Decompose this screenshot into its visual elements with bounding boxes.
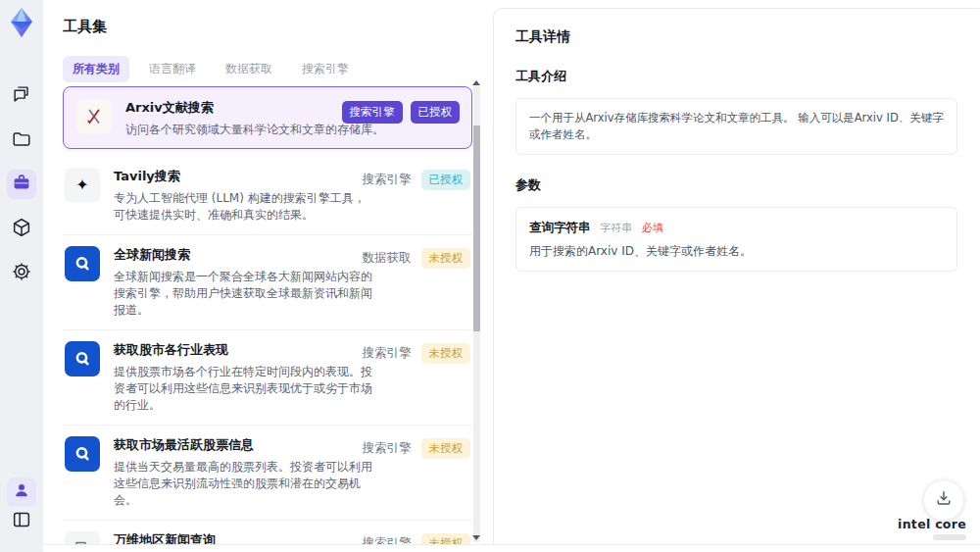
arxiv-logo-icon	[76, 99, 112, 134]
tool-title: 获取市场最活跃股票信息	[114, 436, 373, 454]
tool-item-most-active-stocks[interactable]: 获取市场最活跃股票信息 提供当天交易量最高的股票列表。投资者可以利用这些信息来识…	[63, 426, 472, 521]
tab-all-categories[interactable]: 所有类别	[63, 56, 129, 82]
details-title: 工具详情	[515, 28, 957, 46]
status-badge: 未授权	[421, 248, 471, 269]
tool-description: 全球新闻搜索是一个聚合全球各大新闻网站内容的搜索引擎，帮助用户快速获取全球最新资…	[114, 269, 373, 319]
tab-data-fetch[interactable]: 数据获取	[216, 56, 282, 82]
tool-description: 提供当天交易量最高的股票列表。投资者可以利用这些信息来识别流动性强的股票和潜在的…	[114, 459, 373, 509]
tab-search-engine[interactable]: 搜索引擎	[292, 56, 359, 82]
status-badge: 已授权	[421, 170, 471, 190]
scrollbar-down-arrow[interactable]	[472, 535, 480, 540]
intel-core-logo: intel core	[898, 517, 966, 540]
tool-list: Arxiv文献搜索 访问各个研究领域大量科学论文和文章的存储库。 搜索引擎 已授…	[63, 86, 472, 544]
user-icon	[12, 480, 31, 504]
category-label: 搜索引擎	[363, 535, 412, 544]
sidebar-item-packages[interactable]	[7, 215, 36, 244]
tool-description: 访问各个研究领域大量科学论文和文章的存储库。	[125, 122, 385, 138]
category-label: 数据获取	[363, 250, 412, 267]
page-title: 工具集	[63, 18, 107, 36]
sidebar-item-tools[interactable]	[7, 170, 36, 199]
sidebar	[0, 0, 43, 552]
intel-core-logo-subbar	[933, 534, 966, 540]
sidebar-item-chat[interactable]	[7, 81, 36, 111]
tavily-logo-icon: ✦	[65, 168, 100, 203]
layout-panel-icon	[11, 509, 32, 534]
param-card: 查询字符串 字符串 必填 用于搜索的Arxiv ID、关键字或作者姓名。	[515, 207, 957, 272]
status-badge: 未授权	[421, 343, 471, 364]
newspaper-icon	[65, 531, 100, 544]
param-required-flag: 必填	[642, 222, 663, 234]
params-heading: 参数	[515, 176, 957, 194]
status-badge: 未授权	[421, 533, 471, 544]
tool-title: Tavily搜索	[114, 168, 373, 185]
sidebar-item-account[interactable]	[7, 477, 36, 507]
category-tabs: 所有类别 语言翻译 数据获取 搜索引擎	[63, 56, 359, 82]
intro-card: 一个用于从Arxiv存储库搜索科学论文和文章的工具。 输入可以是Arxiv ID…	[515, 98, 957, 155]
status-badge: 已授权	[411, 101, 461, 124]
sidebar-item-collapse[interactable]	[7, 507, 36, 536]
tool-details-panel: 工具详情 工具介绍 一个用于从Arxiv存储库搜索科学论文和文章的工具。 输入可…	[493, 8, 979, 544]
param-header: 查询字符串 字符串 必填	[529, 219, 944, 236]
news-search-logo-icon	[65, 436, 100, 472]
intel-core-logo-text: intel core	[898, 517, 966, 531]
tool-description: 专为人工智能代理 (LLM) 构建的搜索引擎工具，可快速提供实时、准确和真实的结…	[114, 190, 373, 224]
param-type: 字符串	[600, 222, 632, 234]
download-icon	[934, 488, 954, 512]
tool-item-tavily[interactable]: ✦ Tavily搜索 专为人工智能代理 (LLM) 构建的搜索引擎工具，可快速提…	[63, 157, 472, 235]
tool-title: 全球新闻搜索	[114, 246, 373, 264]
category-label: 搜索引擎	[363, 345, 412, 362]
news-search-logo-icon	[65, 341, 100, 376]
param-name: 查询字符串	[529, 220, 591, 234]
category-label: 搜索引擎	[363, 172, 412, 188]
tool-item-global-news[interactable]: 全球新闻搜索 全球新闻搜索是一个聚合全球各大新闻网站内容的搜索引擎，帮助用户快速…	[63, 235, 472, 330]
news-search-logo-icon	[65, 246, 100, 281]
cube-icon	[11, 217, 32, 242]
scrollbar-thumb[interactable]	[473, 125, 480, 331]
tool-item-arxiv-selected[interactable]: Arxiv文献搜索 访问各个研究领域大量科学论文和文章的存储库。 搜索引擎 已授…	[63, 86, 472, 149]
scrollbar-up-arrow[interactable]	[472, 80, 480, 85]
tool-description: 提供股票市场各个行业在特定时间段内的表现。投资者可以利用这些信息来识别表现优于或…	[114, 364, 373, 414]
param-description: 用于搜索的Arxiv ID、关键字或作者姓名。	[529, 243, 944, 260]
scrollbar-track[interactable]	[473, 86, 480, 542]
intro-text: 一个用于从Arxiv存储库搜索科学论文和文章的工具。 输入可以是Arxiv ID…	[529, 111, 944, 141]
tab-translation[interactable]: 语言翻译	[139, 56, 206, 82]
status-badge: 未授权	[421, 438, 471, 459]
intro-heading: 工具介绍	[515, 68, 957, 85]
tool-item-regional-news[interactable]: 万维地区新闻查询 查询具体行政区划内的新闻，快速了解各地新闻动 搜索引擎 未授权	[63, 521, 472, 544]
bottom-divider	[43, 544, 980, 545]
sidebar-item-settings[interactable]	[7, 259, 36, 288]
tool-item-sector-performance[interactable]: 获取股市各行业表现 提供股票市场各个行业在特定时间段内的表现。投资者可以利用这些…	[63, 330, 472, 426]
tool-list-panel: 工具集 所有类别 语言翻译 数据获取 搜索引擎 Arxiv文献搜索 访问各个研究…	[43, 0, 493, 544]
folder-icon	[11, 128, 32, 154]
tool-title: 万维地区新闻查询	[114, 531, 373, 544]
category-label: 搜索引擎	[363, 440, 412, 457]
app-logo-icon	[6, 6, 37, 39]
gear-icon	[11, 261, 32, 286]
app-window: 工具集 所有类别 语言翻译 数据获取 搜索引擎 Arxiv文献搜索 访问各个研究…	[0, 0, 980, 552]
sidebar-item-files[interactable]	[7, 126, 36, 156]
chat-icon	[11, 83, 32, 109]
briefcase-icon	[11, 172, 32, 197]
download-button[interactable]	[923, 479, 964, 521]
tool-title: 获取股市各行业表现	[114, 341, 373, 359]
category-badge: 搜索引擎	[342, 101, 403, 124]
